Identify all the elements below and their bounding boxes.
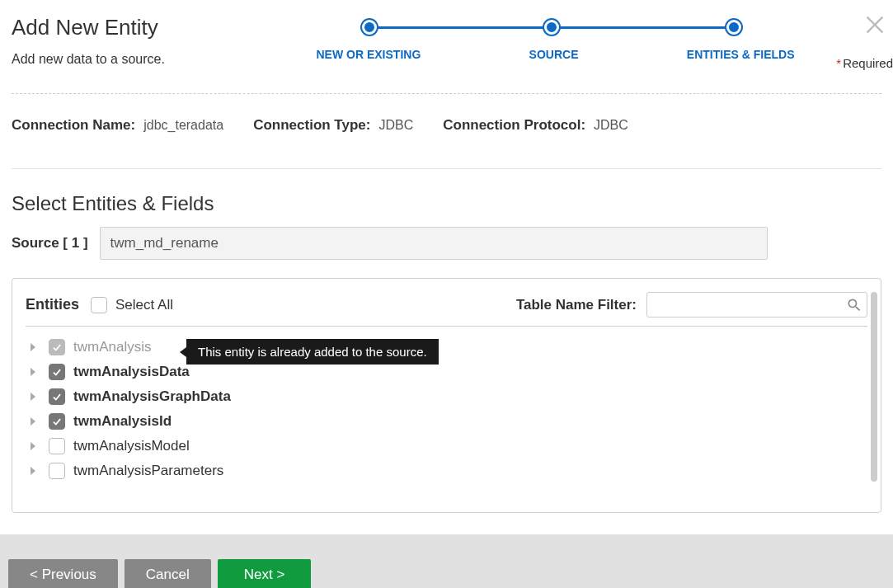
step-label-2: SOURCE xyxy=(529,48,579,61)
step-dot-2[interactable] xyxy=(544,20,559,35)
cancel-button[interactable]: Cancel xyxy=(125,559,211,588)
expand-caret-icon[interactable] xyxy=(26,340,40,355)
scrollbar[interactable] xyxy=(871,292,877,482)
entity-name: twmAnalysisData xyxy=(73,364,190,380)
page-title: Add New Entity xyxy=(12,15,209,40)
svg-marker-7 xyxy=(31,467,35,475)
entity-name: twmAnalysisGraphData xyxy=(73,388,231,405)
entity-name: twmAnalysisParameters xyxy=(73,463,223,479)
expand-caret-icon[interactable] xyxy=(26,389,40,404)
entity-row: twmAnalysisData xyxy=(26,360,867,384)
entity-name: twmAnalysis xyxy=(73,339,151,355)
connection-protocol-value: JDBC xyxy=(594,118,628,133)
entity-row: twmAnalysisModel xyxy=(26,434,867,459)
source-label: Source [ 1 ] xyxy=(12,235,88,252)
svg-marker-6 xyxy=(31,442,35,450)
entity-checkbox[interactable] xyxy=(49,388,65,405)
connection-type-value: JDBC xyxy=(378,118,413,133)
filter-label: Table Name Filter: xyxy=(516,297,637,313)
connection-name-label: Connection Name: xyxy=(12,117,135,134)
wizard-steps xyxy=(362,20,741,35)
select-all-checkbox[interactable] xyxy=(91,297,107,313)
entity-checkbox[interactable] xyxy=(49,438,65,454)
filter-input[interactable] xyxy=(646,292,867,318)
entity-checkbox xyxy=(49,339,65,355)
previous-button[interactable]: < Previous xyxy=(8,559,118,588)
svg-marker-3 xyxy=(31,368,35,376)
svg-marker-2 xyxy=(31,343,35,351)
connection-protocol-label: Connection Protocol: xyxy=(443,117,585,134)
expand-caret-icon[interactable] xyxy=(26,439,40,454)
entity-disabled-tooltip: This entity is already added to the sour… xyxy=(186,339,439,365)
entities-title: Entities xyxy=(26,296,79,313)
entity-row: twmAnalysisParameters xyxy=(26,459,867,483)
step-dot-1[interactable] xyxy=(362,20,377,35)
section-title: Select Entities & Fields xyxy=(0,169,893,227)
source-input xyxy=(100,227,768,260)
entity-row: twmAnalysisGraphData xyxy=(26,384,867,409)
select-all-label: Select All xyxy=(115,297,173,313)
entity-checkbox[interactable] xyxy=(49,413,65,430)
entity-row: twmAnalysisId xyxy=(26,409,867,434)
connection-name-value: jdbc_teradata xyxy=(143,118,223,133)
step-dot-3[interactable] xyxy=(726,20,741,35)
expand-caret-icon[interactable] xyxy=(26,463,40,478)
svg-marker-5 xyxy=(31,417,35,426)
close-icon[interactable] xyxy=(863,13,886,36)
expand-caret-icon[interactable] xyxy=(26,365,40,379)
connection-type-label: Connection Type: xyxy=(253,117,370,134)
expand-caret-icon[interactable] xyxy=(26,414,40,429)
entity-name: twmAnalysisModel xyxy=(73,438,190,454)
svg-marker-4 xyxy=(31,393,35,401)
step-label-1: NEW OR EXISTING xyxy=(317,48,421,61)
next-button[interactable]: Next > xyxy=(218,559,312,588)
step-label-3: ENTITIES & FIELDS xyxy=(687,48,795,61)
entity-name: twmAnalysisId xyxy=(73,413,172,430)
search-icon[interactable] xyxy=(846,297,862,313)
entity-checkbox[interactable] xyxy=(49,364,65,380)
entity-checkbox[interactable] xyxy=(49,463,65,479)
entity-row: twmAnalysis xyxy=(26,335,867,360)
required-indicator: *Required xyxy=(836,56,893,70)
page-subtitle: Add new data to a source. xyxy=(12,52,209,67)
